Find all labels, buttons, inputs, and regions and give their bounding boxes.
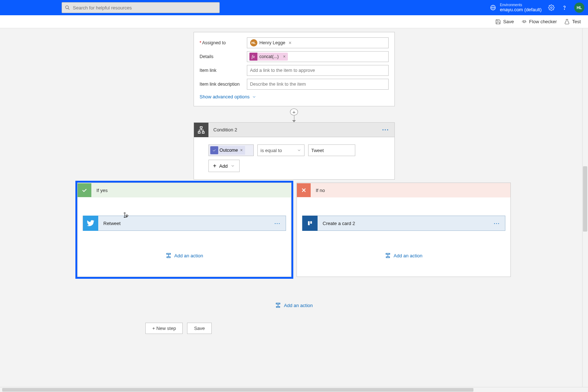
condition-card: Condition 2 ··· Outcome × is equal to <box>194 122 395 180</box>
assigned-to-input[interactable]: HL Henry Legge × <box>247 37 389 48</box>
search-box[interactable] <box>62 2 220 13</box>
condition-operator[interactable]: is equal to <box>257 144 305 156</box>
settings-button[interactable] <box>548 4 555 11</box>
canvas[interactable]: *Assigned to HL Henry Legge × Details <box>0 28 588 392</box>
gear-icon <box>548 4 555 11</box>
if-no-title: If no <box>311 188 325 193</box>
close-icon <box>297 183 311 197</box>
show-advanced-label: Show advanced options <box>200 94 250 99</box>
user-pill-remove[interactable]: × <box>287 40 293 46</box>
footer-buttons: + New step Save <box>145 323 519 334</box>
top-right: Environments enayu.com (default) HL <box>490 3 584 13</box>
connector: + <box>69 106 519 122</box>
add-action-icon <box>385 253 391 258</box>
item-link-input[interactable] <box>247 65 389 76</box>
add-action-icon <box>275 302 281 308</box>
svg-point-7 <box>523 21 525 23</box>
svg-point-6 <box>564 9 564 9</box>
footer-save-button[interactable]: Save <box>187 323 212 334</box>
svg-rect-20 <box>386 253 390 254</box>
environment-picker[interactable]: Environments enayu.com (default) <box>490 3 542 12</box>
svg-rect-25 <box>277 306 280 307</box>
retweet-action[interactable]: Retweet ··· <box>83 216 286 231</box>
if-yes-header[interactable]: If yes <box>78 183 291 197</box>
twitter-icon <box>83 216 98 231</box>
yes-add-action[interactable]: Add an action <box>83 253 286 258</box>
show-advanced-link[interactable]: Show advanced options <box>194 91 262 101</box>
environment-icon <box>490 4 496 11</box>
item-link-label: Item link <box>200 68 243 73</box>
branches: If yes Retweet ··· Add an action <box>77 183 511 277</box>
details-input[interactable]: fx concat(...) × <box>247 51 389 62</box>
create-card-menu[interactable]: ··· <box>489 221 505 226</box>
add-action-icon <box>166 253 171 258</box>
if-yes-title: If yes <box>91 188 108 193</box>
condition-value[interactable]: Tweet <box>308 144 355 156</box>
user-pill-avatar: HL <box>250 39 257 46</box>
no-add-action[interactable]: Add an action <box>302 253 505 258</box>
condition-left-operand[interactable]: Outcome × <box>208 144 254 156</box>
operator-text: is equal to <box>261 148 282 153</box>
user-avatar[interactable]: HL <box>574 3 584 13</box>
new-step-button[interactable]: + New step <box>145 323 183 334</box>
test-label: Test <box>572 19 581 24</box>
fx-token: fx concat(...) × <box>249 53 288 61</box>
svg-rect-23 <box>276 303 280 304</box>
condition-header[interactable]: Condition 2 ··· <box>194 123 394 137</box>
condition-row: Outcome × is equal to Tweet <box>208 144 384 156</box>
help-button[interactable] <box>561 4 568 11</box>
env-label: Environments <box>500 3 542 7</box>
bottom-add-action[interactable]: Add an action <box>69 302 519 308</box>
flow-checker-button[interactable]: Flow checker <box>521 19 557 25</box>
fx-remove[interactable]: × <box>281 54 288 59</box>
user-pill: HL Henry Legge × <box>249 39 294 47</box>
trello-icon <box>302 216 318 231</box>
condition-title: Condition 2 <box>208 127 377 132</box>
field-item-link-desc: Item link description <box>194 77 394 91</box>
if-no-header[interactable]: If no <box>297 183 510 197</box>
add-label: Add <box>219 163 228 169</box>
retweet-menu[interactable]: ··· <box>269 221 286 226</box>
vertical-scrollbar[interactable] <box>582 28 588 392</box>
flow-checker-icon <box>521 19 527 25</box>
create-card-title: Create a card 2 <box>318 221 489 226</box>
chevron-down-icon <box>252 95 256 99</box>
no-add-action-label: Add an action <box>394 253 423 258</box>
horizontal-scrollbar[interactable] <box>0 387 588 392</box>
search-input[interactable] <box>73 5 216 11</box>
flow-checker-label: Flow checker <box>529 19 557 24</box>
assigned-to-label: Assigned to <box>202 40 225 45</box>
svg-line-1 <box>68 8 69 9</box>
user-pill-name: Henry Legge <box>260 40 286 45</box>
top-bar: Environments enayu.com (default) HL <box>0 0 588 15</box>
details-label: Details <box>200 54 243 59</box>
outcome-token-remove[interactable]: × <box>238 148 245 153</box>
condition-add-button[interactable]: + Add <box>208 160 240 172</box>
save-label: Save <box>503 19 514 24</box>
save-icon <box>495 19 501 25</box>
env-name: enayu.com (default) <box>500 7 542 12</box>
insert-step-button[interactable]: + <box>290 109 298 115</box>
bottom-add-label: Add an action <box>284 303 313 308</box>
svg-rect-10 <box>198 131 200 133</box>
field-item-link: Item link <box>194 64 394 77</box>
test-button[interactable]: Test <box>564 19 581 25</box>
create-card-action[interactable]: Create a card 2 ··· <box>302 216 505 231</box>
condition-menu[interactable]: ··· <box>377 127 394 133</box>
if-no-branch: If no Create a card 2 ··· Add an action <box>297 183 511 277</box>
svg-rect-19 <box>310 221 312 224</box>
item-link-desc-input[interactable] <box>247 79 389 90</box>
svg-rect-12 <box>166 253 170 254</box>
svg-rect-14 <box>167 257 170 258</box>
retweet-title: Retweet <box>98 221 269 226</box>
approval-card: *Assigned to HL Henry Legge × Details <box>194 32 395 106</box>
condition-value-text: Tweet <box>311 148 324 153</box>
svg-rect-22 <box>386 257 389 258</box>
save-button[interactable]: Save <box>495 19 514 25</box>
fx-icon: fx <box>249 53 257 61</box>
field-details: Details fx concat(...) × <box>194 50 394 64</box>
chevron-down-icon <box>231 164 235 168</box>
outcome-token-icon <box>210 146 218 154</box>
test-icon <box>564 19 570 25</box>
svg-rect-18 <box>308 221 310 225</box>
